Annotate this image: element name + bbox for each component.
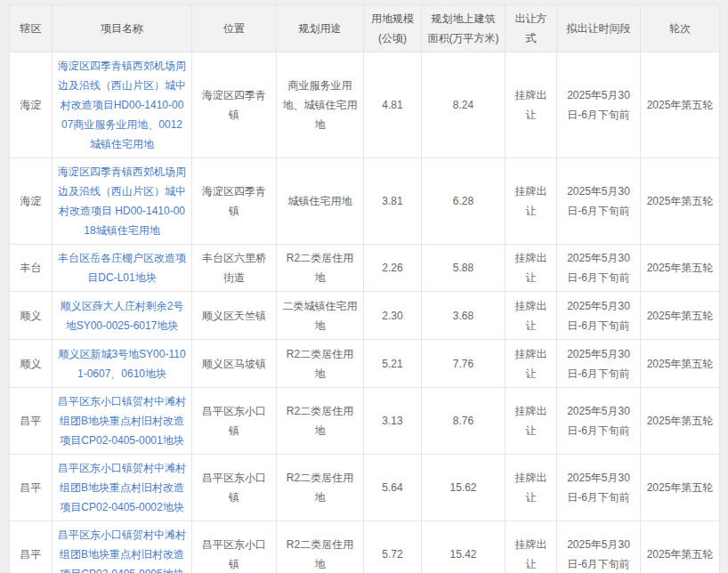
cell-transfer-period: 2025年5月30日-6月下旬前 <box>557 521 641 573</box>
cell-transfer-period: 2025年5月30日-6月下旬前 <box>557 158 641 245</box>
cell-project-name: 丰台区岳各庄棚户区改造项目DC-L01地块 <box>53 245 192 292</box>
cell-round: 2025年第五轮 <box>641 455 720 521</box>
cell-project-name: 海淀区四季青镇西郊机场周边及沿线（西山片区）城中村改造项目HD00-1410-0… <box>53 52 192 158</box>
cell-transfer-period: 2025年5月30日-6月下旬前 <box>557 292 641 340</box>
table-row: 顺义 顺义区新城3号地SY00-1101-0607、0610地块 顺义区马坡镇 … <box>10 340 720 388</box>
cell-land-area: 3.13 <box>364 388 422 455</box>
table-row: 昌平 昌平区东小口镇贺村中滩村组团B地块重点村旧村改造项目CP02-0405-0… <box>10 521 720 573</box>
cell-round: 2025年第五轮 <box>641 340 720 388</box>
project-link[interactable]: 丰台区岳各庄棚户区改造项目DC-L01地块 <box>58 252 186 284</box>
cell-round: 2025年第五轮 <box>641 521 720 573</box>
cell-floor-area: 15.42 <box>422 521 506 573</box>
cell-location: 顺义区马坡镇 <box>192 340 277 388</box>
cell-district: 海淀 <box>10 52 53 158</box>
table-row: 昌平 昌平区东小口镇贺村中滩村组团B地块重点村旧村改造项目CP02-0405-0… <box>10 388 720 455</box>
cell-transfer-period: 2025年5月30日-6月下旬前 <box>557 52 641 158</box>
cell-project-name: 顺义区新城3号地SY00-1101-0607、0610地块 <box>53 340 192 388</box>
cell-district: 海淀 <box>10 158 53 245</box>
cell-district: 昌平 <box>10 455 53 521</box>
table-body: 海淀 海淀区四季青镇西郊机场周边及沿线（西山片区）城中村改造项目HD00-141… <box>10 52 720 573</box>
cell-transfer-method: 挂牌出让 <box>506 340 557 388</box>
cell-project-name: 昌平区东小口镇贺村中滩村组团B地块重点村旧村改造项目CP02-0405-0005… <box>53 521 192 573</box>
cell-location: 昌平区东小口镇 <box>192 388 277 455</box>
cell-round: 2025年第五轮 <box>641 245 720 292</box>
cell-project-name: 海淀区四季青镇西郊机场周边及沿线（西山片区）城中村改造项目 HD00-1410-… <box>53 158 192 245</box>
header-land-area: 用地规模 (公顷) <box>364 5 422 52</box>
cell-district: 丰台 <box>10 245 53 292</box>
page-background: 辖区 项目名称 位置 规划用途 用地规模 (公顷) 规划地上建筑 面积(万平方米… <box>0 0 728 573</box>
header-floor-area: 规划地上建筑 面积(万平方米) <box>422 5 506 52</box>
project-link[interactable]: 昌平区东小口镇贺村中滩村组团B地块重点村旧村改造项目CP02-0405-0001… <box>58 395 186 447</box>
cell-project-name: 昌平区东小口镇贺村中滩村组团B地块重点村旧村改造项目CP02-0405-0001… <box>53 388 192 455</box>
cell-planned-usage: R2二类居住用地 <box>277 388 364 455</box>
header-row: 辖区 项目名称 位置 规划用途 用地规模 (公顷) 规划地上建筑 面积(万平方米… <box>10 5 720 52</box>
cell-location: 丰台区六里桥街道 <box>192 245 277 292</box>
cell-floor-area: 7.76 <box>422 340 506 388</box>
project-link[interactable]: 顺义区新城3号地SY00-1101-0607、0610地块 <box>58 348 185 380</box>
cell-land-area: 2.30 <box>364 292 422 340</box>
table-row: 海淀 海淀区四季青镇西郊机场周边及沿线（西山片区）城中村改造项目HD00-141… <box>10 52 720 158</box>
table-row: 顺义 顺义区薛大人庄村剩余2号地SY00-0025-6017地块 顺义区天竺镇 … <box>10 292 720 340</box>
header-transfer-method: 出让方式 <box>506 5 557 52</box>
cell-floor-area: 3.68 <box>422 292 506 340</box>
cell-location: 海淀区四季青镇 <box>192 158 277 245</box>
cell-location: 昌平区东小口镇 <box>192 455 277 521</box>
project-link[interactable]: 海淀区四季青镇西郊机场周边及沿线（西山片区）城中村改造项目HD00-1410-0… <box>58 60 186 150</box>
cell-project-name: 昌平区东小口镇贺村中滩村组团B地块重点村旧村改造项目CP02-0405-0002… <box>53 455 192 521</box>
cell-floor-area: 15.62 <box>422 455 506 521</box>
cell-transfer-method: 挂牌出让 <box>506 521 557 573</box>
cell-district: 昌平 <box>10 521 53 573</box>
cell-transfer-period: 2025年5月30日-6月下旬前 <box>557 245 641 292</box>
cell-transfer-period: 2025年5月30日-6月下旬前 <box>557 340 641 388</box>
cell-transfer-period: 2025年5月30日-6月下旬前 <box>557 455 641 521</box>
cell-transfer-method: 挂牌出让 <box>506 388 557 455</box>
cell-district: 昌平 <box>10 388 53 455</box>
cell-district: 顺义 <box>10 292 53 340</box>
project-link[interactable]: 昌平区东小口镇贺村中滩村组团B地块重点村旧村改造项目CP02-0405-0005… <box>58 529 186 573</box>
header-project-name: 项目名称 <box>53 5 192 52</box>
cell-floor-area: 5.88 <box>422 245 506 292</box>
cell-land-area: 3.81 <box>364 158 422 245</box>
cell-land-area: 5.21 <box>364 340 422 388</box>
cell-transfer-method: 挂牌出让 <box>506 455 557 521</box>
table-row: 丰台 丰台区岳各庄棚户区改造项目DC-L01地块 丰台区六里桥街道 R2二类居住… <box>10 245 720 292</box>
project-link[interactable]: 昌平区东小口镇贺村中滩村组团B地块重点村旧村改造项目CP02-0405-0002… <box>58 462 186 513</box>
cell-location: 海淀区四季青镇 <box>192 52 277 158</box>
table-header: 辖区 项目名称 位置 规划用途 用地规模 (公顷) 规划地上建筑 面积(万平方米… <box>10 5 720 52</box>
cell-round: 2025年第五轮 <box>641 52 720 158</box>
cell-land-area: 2.26 <box>364 245 422 292</box>
cell-transfer-method: 挂牌出让 <box>506 158 557 245</box>
cell-planned-usage: R2二类居住用地 <box>277 455 364 521</box>
cell-location: 昌平区东小口镇 <box>192 521 277 573</box>
project-link[interactable]: 顺义区薛大人庄村剩余2号地SY00-0025-6017地块 <box>61 300 184 332</box>
cell-round: 2025年第五轮 <box>641 158 720 245</box>
cell-transfer-method: 挂牌出让 <box>506 52 557 158</box>
project-link[interactable]: 海淀区四季青镇西郊机场周边及沿线（西山片区）城中村改造项目 HD00-1410-… <box>58 165 186 237</box>
cell-transfer-method: 挂牌出让 <box>506 245 557 292</box>
cell-district: 顺义 <box>10 340 53 388</box>
cell-round: 2025年第五轮 <box>641 388 720 455</box>
cell-land-area: 5.72 <box>364 521 422 573</box>
header-location: 位置 <box>192 5 277 52</box>
header-transfer-period: 拟出让时间段 <box>557 5 641 52</box>
cell-project-name: 顺义区薛大人庄村剩余2号地SY00-0025-6017地块 <box>53 292 192 340</box>
header-round: 轮次 <box>641 5 720 52</box>
cell-floor-area: 6.28 <box>422 158 506 245</box>
cell-transfer-period: 2025年5月30日-6月下旬前 <box>557 388 641 455</box>
cell-planned-usage: R2二类居住用地 <box>277 245 364 292</box>
cell-planned-usage: 商业服务业用地、城镇住宅用地 <box>277 52 364 158</box>
header-planned-usage: 规划用途 <box>277 5 364 52</box>
cell-planned-usage: R2二类居住用地 <box>277 521 364 573</box>
header-district: 辖区 <box>10 5 53 52</box>
cell-planned-usage: 二类城镇住宅用地 <box>277 292 364 340</box>
cell-floor-area: 8.76 <box>422 388 506 455</box>
cell-land-area: 5.64 <box>364 455 422 521</box>
table-row: 昌平 昌平区东小口镇贺村中滩村组团B地块重点村旧村改造项目CP02-0405-0… <box>10 455 720 521</box>
cell-transfer-method: 挂牌出让 <box>506 292 557 340</box>
cell-location: 顺义区天竺镇 <box>192 292 277 340</box>
cell-round: 2025年第五轮 <box>641 292 720 340</box>
table-row: 海淀 海淀区四季青镇西郊机场周边及沿线（西山片区）城中村改造项目 HD00-14… <box>10 158 720 245</box>
cell-planned-usage: 城镇住宅用地 <box>277 158 364 245</box>
cell-planned-usage: R2二类居住用地 <box>277 340 364 388</box>
cell-land-area: 4.81 <box>364 52 422 158</box>
